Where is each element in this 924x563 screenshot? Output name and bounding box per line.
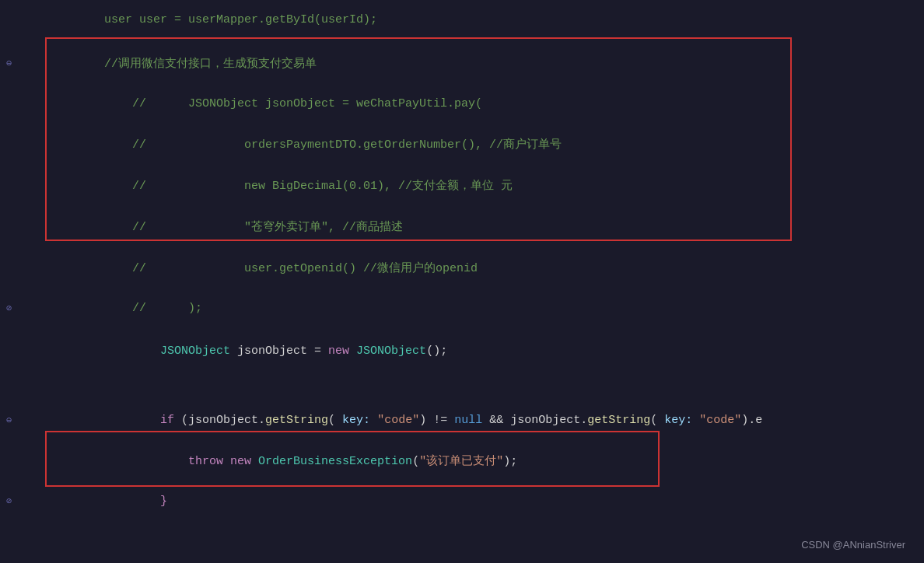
code-text: // "苍穹外卖订单", //商品描述	[104, 221, 403, 234]
code-text: );	[503, 455, 517, 468]
fold-icon-open[interactable]: ⊖	[6, 58, 12, 69]
code-line-8: JSONObject jsonObject = new JSONObject()…	[0, 331, 924, 371]
code-text: "code"	[377, 414, 419, 427]
code-text: (jsonObject.	[174, 414, 265, 427]
code-text: "该订单已支付"	[419, 455, 503, 468]
code-text: key:	[342, 414, 370, 427]
code-text: "code"	[699, 414, 741, 427]
code-line-4: // new BigDecimal(0.01), //支付金额，单位 元	[0, 165, 924, 206]
line-content-3: // ordersPaymentDTO.getOrderNumber(), //…	[56, 124, 924, 165]
code-text: (	[650, 414, 664, 427]
code-line-3: // ordersPaymentDTO.getOrderNumber(), //…	[0, 124, 924, 165]
code-text: // ordersPaymentDTO.getOrderNumber(), //…	[104, 138, 562, 152]
line-content-8: JSONObject jsonObject = new JSONObject()…	[56, 331, 924, 371]
line-content-0: user user = userMapper.getById(userId);	[56, 0, 924, 40]
watermark: CSDN @ANnianStriver	[801, 539, 905, 551]
code-text: // new BigDecimal(0.01), //支付金额，单位 元	[104, 180, 513, 193]
code-text: // );	[104, 302, 202, 315]
code-text: (	[412, 455, 419, 468]
code-text: ) !=	[419, 414, 454, 427]
code-text	[349, 344, 356, 358]
line-content-6: // user.getOpenid() //微信用户的openid	[56, 247, 924, 288]
code-line-1: ⊖ //调用微信支付接口，生成预支付交易单	[0, 43, 924, 84]
line-content-11: throw new OrderBusinessException("该订单已支付…	[56, 440, 924, 481]
code-text	[223, 455, 230, 468]
line-content-1: //调用微信支付接口，生成预支付交易单	[56, 43, 924, 84]
code-text: ).e	[741, 414, 762, 427]
code-text: OrderBusinessException	[258, 455, 412, 468]
code-line-6: // user.getOpenid() //微信用户的openid	[0, 247, 924, 288]
code-line-7: ⊘ // );	[0, 288, 924, 328]
fold-icon-close2[interactable]: ⊘	[6, 495, 12, 507]
code-text: user user = userMapper.getById(userId);	[104, 13, 377, 26]
code-text: if	[104, 414, 174, 427]
line-content-2: // JSONObject jsonObject = weChatPayUtil…	[56, 84, 924, 124]
code-text: jsonObject =	[230, 344, 328, 358]
code-line-13	[0, 521, 924, 547]
code-text: (	[328, 414, 342, 427]
line-content-12: }	[56, 481, 924, 521]
code-line-2: // JSONObject jsonObject = weChatPayUtil…	[0, 84, 924, 124]
line-content-5: // "苍穹外卖订单", //商品描述	[56, 206, 924, 247]
code-text	[370, 414, 377, 427]
line-content-10: if (jsonObject.getString( key: "code") !…	[56, 400, 924, 440]
fold-icon-if[interactable]: ⊖	[6, 414, 12, 426]
line-content-13	[56, 528, 924, 541]
code-line-14: OrderPaymentVO vo = jsonObject.toJavaObj…	[0, 551, 924, 563]
code-text: JSONObject	[356, 344, 426, 358]
code-text: new	[230, 455, 251, 468]
line-content-7: // );	[56, 288, 924, 328]
code-text: && jsonObject.	[482, 414, 587, 427]
code-text: new	[328, 344, 349, 358]
code-text: getString	[587, 414, 650, 427]
code-text: getString	[265, 414, 328, 427]
code-text: JSONObject	[104, 344, 230, 358]
code-line-12: ⊘ }	[0, 481, 924, 521]
code-text: }	[104, 495, 167, 508]
code-text	[251, 455, 258, 468]
code-line-10: ⊖ if (jsonObject.getString( key: "code")…	[0, 400, 924, 440]
code-line-0: user user = userMapper.getById(userId);	[0, 0, 924, 40]
code-text: //调用微信支付接口，生成预支付交易单	[104, 58, 317, 71]
code-line-11: throw new OrderBusinessException("该订单已支付…	[0, 440, 924, 481]
code-line-9	[0, 371, 924, 397]
code-text: // JSONObject jsonObject = weChatPayUtil…	[104, 97, 482, 110]
code-container: user user = userMapper.getById(userId); …	[0, 0, 924, 563]
line-content-9	[56, 378, 924, 391]
code-line-5: // "苍穹外卖订单", //商品描述	[0, 206, 924, 247]
fold-icon-close[interactable]: ⊘	[6, 302, 12, 314]
code-text	[692, 414, 699, 427]
code-text: ();	[426, 344, 447, 358]
code-text: key:	[664, 414, 692, 427]
code-text: throw	[104, 455, 223, 468]
line-content-14: OrderPaymentVO vo = jsonObject.toJavaObj…	[56, 551, 924, 563]
line-content-4: // new BigDecimal(0.01), //支付金额，单位 元	[56, 165, 924, 206]
code-text: // user.getOpenid() //微信用户的openid	[104, 262, 478, 275]
code-text: null	[454, 414, 482, 427]
